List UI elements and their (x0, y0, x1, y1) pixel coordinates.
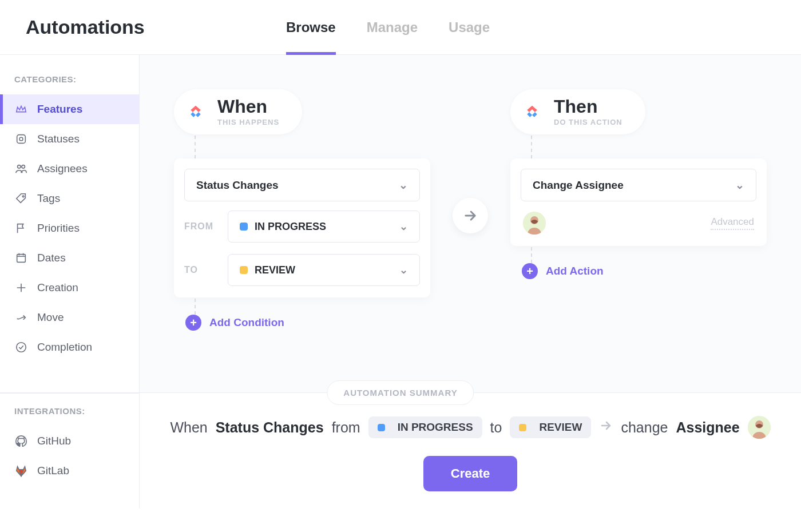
to-label: TO (184, 265, 217, 275)
arrow-icon (14, 311, 28, 324)
when-subtitle: THIS HAPPENS (217, 118, 279, 126)
to-value: REVIEW (255, 264, 295, 276)
flow-arrow-icon (453, 198, 488, 233)
when-pill: When THIS HAPPENS (174, 89, 302, 134)
sidebar-item-gitlab[interactable]: GitLab (0, 456, 139, 486)
status-dot (240, 266, 248, 274)
summary-from-value: IN PROGRESS (398, 421, 473, 434)
sidebar-item-statuses[interactable]: Statuses (0, 124, 139, 154)
advanced-link[interactable]: Advanced (711, 216, 754, 230)
summary-to-value: REVIEW (539, 421, 582, 434)
check-icon (14, 340, 28, 354)
connector (195, 299, 196, 315)
sidebar-item-tags[interactable]: Tags (0, 184, 139, 213)
then-column: Then DO THIS ACTION Change Assignee ⌄ Ad… (470, 89, 767, 375)
add-action-button[interactable]: + Add Action (522, 263, 604, 279)
summary-when: When (170, 419, 207, 436)
summary-trigger: Status Changes (216, 419, 324, 436)
tab-usage[interactable]: Usage (449, 0, 490, 55)
plus-icon (14, 281, 28, 295)
footer: INTEGRATIONS: GitHub GitLab AUTOMATION S… (0, 392, 801, 509)
sidebar-item-label: Assignees (37, 162, 88, 175)
then-subtitle: DO THIS ACTION (554, 118, 622, 126)
from-select[interactable]: IN PROGRESS ⌄ (228, 211, 420, 243)
sidebar-item-label: Dates (37, 252, 66, 264)
when-column: When THIS HAPPENS Status Changes ⌄ FROM (174, 89, 470, 375)
tab-label: Browse (286, 19, 336, 35)
sidebar-item-label: Move (37, 311, 64, 324)
main: CATEGORIES: Features Statuses Assignees … (0, 55, 801, 392)
trigger-value: Status Changes (196, 179, 279, 192)
summary-to-word: to (490, 419, 502, 436)
summary-from-word: from (332, 419, 360, 436)
summary-line: When Status Changes from IN PROGRESS to … (170, 416, 770, 439)
connector (195, 136, 196, 158)
sidebar-integrations: INTEGRATIONS: GitHub GitLab (0, 393, 140, 509)
add-action-label: Add Action (546, 265, 604, 277)
summary-to-chip: REVIEW (510, 416, 591, 438)
chevron-down-icon: ⌄ (399, 178, 408, 192)
add-condition-button[interactable]: + Add Condition (185, 315, 284, 331)
github-icon (14, 434, 28, 448)
connector (531, 136, 532, 158)
sidebar-item-dates[interactable]: Dates (0, 243, 139, 273)
plus-circle-icon: + (522, 263, 538, 279)
header: Automations Browse Manage Usage (0, 0, 801, 55)
status-dot (378, 424, 385, 431)
action-select[interactable]: Change Assignee ⌄ (521, 169, 756, 201)
action-detail-row: Advanced (510, 201, 767, 246)
connector (531, 247, 532, 263)
then-title: Then (554, 97, 622, 116)
sidebar-heading-categories: CATEGORIES: (0, 69, 139, 94)
from-row: FROM IN PROGRESS ⌄ (174, 205, 430, 248)
tab-browse[interactable]: Browse (286, 0, 336, 55)
sidebar-item-label: GitHub (37, 435, 71, 447)
people-icon (14, 162, 28, 176)
gitlab-icon (14, 464, 28, 478)
sidebar-item-github[interactable]: GitHub (0, 426, 139, 456)
tabs: Browse Manage Usage (286, 0, 490, 55)
flag-icon (14, 221, 28, 235)
sidebar-item-completion[interactable]: Completion (0, 332, 139, 362)
svg-point-4 (22, 196, 24, 197)
summary-action-target: Assignee (676, 419, 739, 436)
svg-rect-0 (17, 135, 26, 144)
to-select[interactable]: REVIEW ⌄ (228, 254, 420, 286)
crown-icon (14, 102, 28, 116)
assignee-avatar[interactable] (523, 212, 546, 235)
svg-rect-1 (19, 137, 23, 141)
square-icon (14, 132, 28, 146)
svg-point-2 (18, 165, 21, 169)
tab-manage[interactable]: Manage (367, 0, 418, 55)
sidebar-item-creation[interactable]: Creation (0, 273, 139, 303)
sidebar-item-priorities[interactable]: Priorities (0, 213, 139, 243)
when-title: When (217, 97, 279, 116)
svg-point-3 (22, 165, 25, 169)
clickup-logo-icon (521, 101, 544, 124)
summary-badge: AUTOMATION SUMMARY (327, 380, 474, 405)
chevron-down-icon: ⌄ (399, 264, 408, 276)
sidebar-heading-integrations: INTEGRATIONS: (0, 394, 139, 426)
sidebar-item-label: Completion (37, 341, 92, 354)
when-card: Status Changes ⌄ FROM IN PROGRESS ⌄ (174, 158, 430, 297)
sidebar-item-label: Priorities (37, 222, 80, 235)
summary-assignee-avatar (748, 416, 771, 439)
action-value: Change Assignee (533, 179, 624, 192)
calendar-icon (14, 251, 28, 265)
tag-icon (14, 192, 28, 205)
status-dot (519, 424, 526, 431)
sidebar: CATEGORIES: Features Statuses Assignees … (0, 55, 140, 392)
from-value: IN PROGRESS (255, 221, 326, 233)
sidebar-item-label: Features (37, 103, 82, 116)
sidebar-item-assignees[interactable]: Assignees (0, 154, 139, 184)
sidebar-item-move[interactable]: Move (0, 303, 139, 332)
chevron-down-icon: ⌄ (735, 178, 744, 192)
summary-action-word: change (621, 419, 668, 436)
create-button[interactable]: Create (423, 456, 517, 491)
from-label: FROM (184, 221, 217, 232)
trigger-select[interactable]: Status Changes ⌄ (184, 169, 420, 201)
sidebar-item-features[interactable]: Features (0, 94, 139, 124)
chevron-down-icon: ⌄ (399, 220, 408, 233)
sidebar-item-label: Statuses (37, 133, 80, 145)
svg-rect-5 (17, 255, 26, 263)
